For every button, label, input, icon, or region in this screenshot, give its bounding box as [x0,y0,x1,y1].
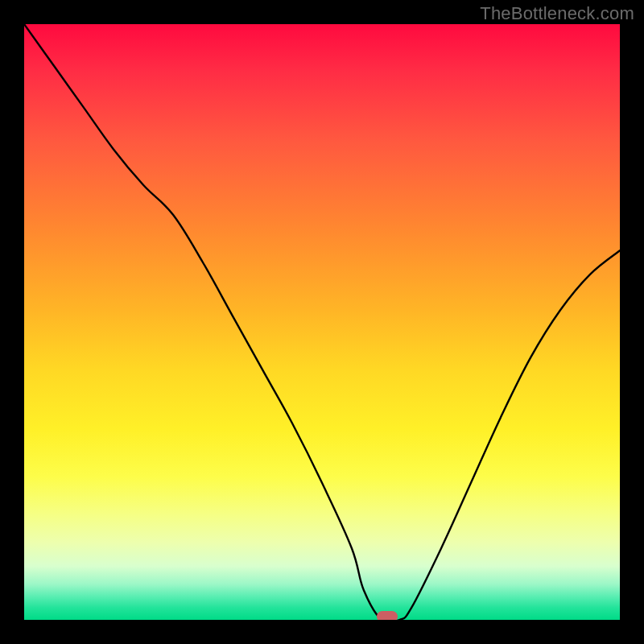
watermark-text: TheBottleneck.com [480,3,634,24]
minimum-marker [377,611,398,620]
bottleneck-curve [24,24,620,620]
chart-frame: TheBottleneck.com [0,0,644,644]
plot-area [24,24,620,620]
